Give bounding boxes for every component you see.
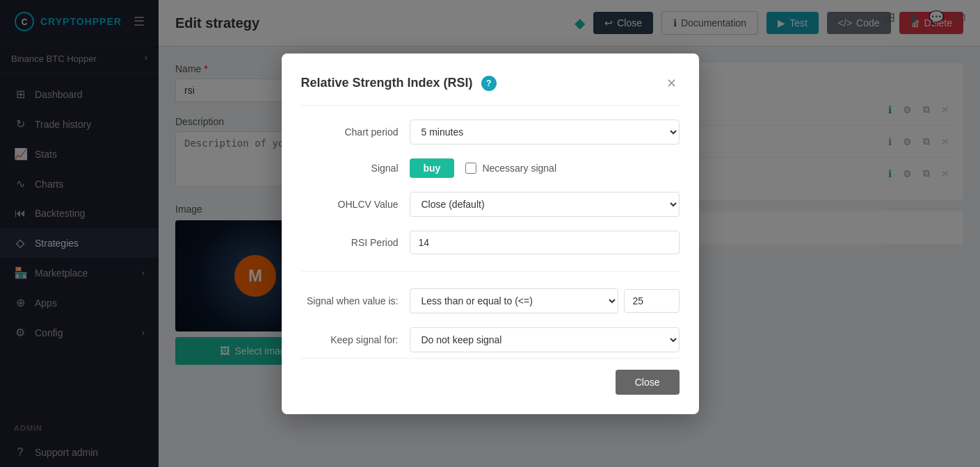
help-button[interactable]: ? <box>481 76 497 91</box>
rsi-period-field: RSI Period <box>301 231 680 254</box>
signal-when-value-group: Less than or equal to (<=) Greater than … <box>410 288 680 313</box>
signal-when-select[interactable]: Less than or equal to (<=) Greater than … <box>410 288 618 313</box>
chart-period-select[interactable]: 5 minutes 15 minutes 30 minutes 1 hour <box>410 120 680 145</box>
signal-value-group: buy Necessary signal <box>410 158 680 178</box>
signal-label: Signal <box>301 163 399 174</box>
rsi-period-value <box>410 231 680 254</box>
modal-divider <box>301 271 680 272</box>
ohlcv-field: OHLCV Value Close (default) Open High Lo… <box>301 192 680 217</box>
chart-period-value: 5 minutes 15 minutes 30 minutes 1 hour <box>410 120 680 145</box>
ohlcv-value: Close (default) Open High Low Volume <box>410 192 680 217</box>
necessary-signal-label: Necessary signal <box>482 163 556 174</box>
modal-close-button[interactable]: ✕ <box>664 73 680 94</box>
modal-title: Relative Strength Index (RSI) ? <box>301 76 497 91</box>
modal-form: Chart period 5 minutes 15 minutes 30 min… <box>301 120 680 352</box>
keep-signal-label: Keep signal for: <box>301 334 399 345</box>
keep-signal-field: Keep signal for: Do not keep signal 1 ca… <box>301 327 680 352</box>
necessary-signal-checkbox[interactable] <box>465 163 476 174</box>
chart-period-field: Chart period 5 minutes 15 minutes 30 min… <box>301 120 680 145</box>
modal-header: Relative Strength Index (RSI) ? ✕ <box>301 73 680 106</box>
chart-period-label: Chart period <box>301 126 399 138</box>
signal-field: Signal buy Necessary signal <box>301 158 680 178</box>
rsi-period-input[interactable] <box>410 231 680 254</box>
buy-badge: buy <box>410 158 455 178</box>
ohlcv-select[interactable]: Close (default) Open High Low Volume <box>410 192 680 217</box>
signal-threshold-input[interactable] <box>624 289 680 313</box>
necessary-signal-group: Necessary signal <box>465 163 556 174</box>
modal-footer: Close <box>301 358 680 395</box>
signal-when-label: Signal when value is: <box>301 295 399 306</box>
rsi-period-label: RSI Period <box>301 237 399 248</box>
modal-overlay[interactable]: Relative Strength Index (RSI) ? ✕ Chart … <box>0 0 980 467</box>
signal-when-field: Signal when value is: Less than or equal… <box>301 288 680 313</box>
keep-signal-select[interactable]: Do not keep signal 1 candle 2 candles 3 … <box>410 327 680 352</box>
keep-signal-value: Do not keep signal 1 candle 2 candles 3 … <box>410 327 680 352</box>
modal-close-btn[interactable]: Close <box>616 370 680 395</box>
ohlcv-label: OHLCV Value <box>301 199 399 210</box>
rsi-modal: Relative Strength Index (RSI) ? ✕ Chart … <box>282 54 699 414</box>
